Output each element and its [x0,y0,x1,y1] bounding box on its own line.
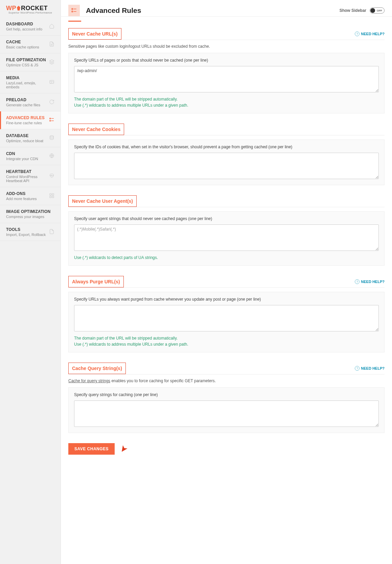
sidebar-item-addons[interactable]: ADD-ONSAdd more features [0,187,61,205]
always-purge-input[interactable] [74,305,379,331]
sidebar-item-database[interactable]: DATABASEOptimize, reduce bloat [0,129,61,147]
nav-title: DASHBOARD [6,22,42,26]
help-link-never-cache-url[interactable]: ? NEED HELP? [355,31,385,36]
help-icon: ? [355,366,360,371]
logo-tagline: Superior WordPress Performance [6,11,54,14]
save-changes-button[interactable]: SAVE CHANGES [68,443,115,455]
svg-point-9 [50,135,54,137]
file-icon [49,41,54,48]
help-label: NEED HELP? [361,366,385,370]
sidebar-item-dashboard[interactable]: DASHBOARDGet help, account info [0,18,61,36]
section-title-always-purge: Always Purge URL(s) [68,276,124,287]
section-sub-cache-query: Cache for query strings enables you to f… [68,378,385,383]
svg-marker-2 [49,60,54,62]
sidebar-item-cache[interactable]: CACHEBasic cache options [0,36,61,53]
db-icon [49,135,54,142]
svg-rect-12 [52,194,54,195]
sidebar-item-cdn[interactable]: CDNIntegrate your CDN [0,147,61,165]
field-label-never-cache-url: Specify URLs of pages or posts that shou… [74,58,379,63]
doc-icon [49,229,54,235]
nav-desc: Optimize CSS & JS [6,63,46,67]
sidebar-item-heartbeat[interactable]: HEARTBEATControl WordPress Heartbeat API [0,165,61,187]
svg-rect-13 [50,196,51,198]
toggle-state: OFF [377,9,382,12]
sidebar-item-tools[interactable]: TOOLSImport, Export, Rollback [0,223,61,241]
main: Advanced Rules Show Sidebar OFF Never Ca… [61,0,392,564]
help-link-always-purge[interactable]: ? NEED HELP? [355,279,385,284]
svg-rect-5 [50,118,51,119]
nav-desc: Fine-tune cache rules [6,121,45,125]
field-label-never-cache-cookies: Specify the IDs of cookies that, when se… [74,145,379,149]
field-label-always-purge: Specify URLs you always want purged from… [74,297,379,302]
svg-rect-14 [52,196,54,198]
field-label-never-cache-ua: Specify user agent strings that should n… [74,216,379,221]
nav-title: IMAGE OPTIMIZATION [6,209,50,214]
section-title-never-cache-cookies: Never Cache Cookies [68,124,124,135]
show-sidebar-label: Show Sidebar [340,8,366,13]
sliders-icon [49,117,54,124]
svg-rect-11 [50,194,51,195]
section-title-never-cache-ua: Never Cache User Agent(s) [68,195,137,207]
nav-desc: Basic cache options [6,45,39,49]
svg-rect-6 [50,120,51,121]
rocket-icon [17,6,20,10]
addons-icon [49,193,54,199]
sidebar-item-image-opt[interactable]: IMAGE OPTIMIZATIONCompress your images [0,205,61,223]
nav-desc: Integrate your CDN [6,157,38,161]
toggle-knob [370,8,375,13]
nav-title: PRELOAD [6,97,40,102]
nav-title: HEARTBEAT [6,169,47,174]
globe-icon [49,153,54,159]
nav-title: CACHE [6,40,39,44]
never-cache-url-input[interactable] [74,66,379,92]
sub-rest: enables you to force caching for specifi… [110,378,216,383]
header: Advanced Rules Show Sidebar OFF [61,0,392,17]
home-icon [49,23,54,30]
sidebar-item-file-opt[interactable]: FILE OPTIMIZATIONOptimize CSS & JS [0,53,61,71]
never-cache-cookies-input[interactable] [74,153,379,179]
cache-query-link[interactable]: Cache for query strings [68,378,110,383]
never-cache-ua-input[interactable] [74,224,379,251]
sidebar-item-preload[interactable]: PRELOADGenerate cache files [0,93,61,111]
heart-icon [49,173,54,179]
section-title-never-cache-url: Never Cache URL(s) [68,28,121,40]
nav-desc: LazyLoad, emojis, embeds [6,81,47,89]
help-icon: ? [355,31,360,36]
nav-desc: Control WordPress Heartbeat API [6,175,47,183]
logo-wp: WP [6,5,16,12]
page-title: Advanced Rules [86,6,141,15]
help-label: NEED HELP? [361,32,385,36]
sidebar-item-advanced[interactable]: ADVANCED RULESFine-tune cache rules [0,111,61,129]
nav-desc: Generate cache files [6,103,40,107]
svg-rect-15 [72,8,73,9]
nav-desc: Add more features [6,197,37,201]
show-sidebar-toggle[interactable]: OFF [370,7,385,14]
nav-title: DATABASE [6,133,43,138]
help-link-cache-query[interactable]: ? NEED HELP? [355,366,385,371]
section-never-cache-cookies: Never Cache Cookies Specify the IDs of c… [68,124,385,185]
advanced-rules-icon [68,5,80,16]
image-icon [49,79,54,86]
nav-desc: Import, Export, Rollback [6,233,46,237]
sidebar-item-media[interactable]: MEDIALazyLoad, emojis, embeds [0,71,61,93]
sidebar: WPROCKET Superior WordPress Performance … [0,0,61,564]
help-icon: ? [355,279,360,284]
field-label-cache-query: Specify query strings for caching (one p… [74,392,379,397]
refresh-icon [49,99,54,106]
section-always-purge: Always Purge URL(s) ? NEED HELP? Specify… [68,276,385,352]
nav-title: CDN [6,151,38,156]
nav-desc: Get help, account info [6,27,42,31]
svg-rect-16 [72,11,73,12]
hint: The domain part of the URL will be strip… [74,335,379,347]
cache-query-input[interactable] [74,400,379,427]
nav-title: ADD-ONS [6,191,37,196]
hint-line: The domain part of the URL will be strip… [74,96,379,102]
section-cache-query: Cache Query String(s) ? NEED HELP? Cache… [68,363,385,433]
hint-line: Use (.*) wildcards to address multiple U… [74,102,379,108]
nav-title: ADVANCED RULES [6,115,45,120]
arrow-annotation-icon: ➤ [117,443,130,455]
section-title-cache-query: Cache Query String(s) [68,363,126,374]
hint: The domain part of the URL will be strip… [74,96,379,108]
hint-line: Use (.*) wildcards to address multiple U… [74,341,379,347]
help-label: NEED HELP? [361,280,385,284]
